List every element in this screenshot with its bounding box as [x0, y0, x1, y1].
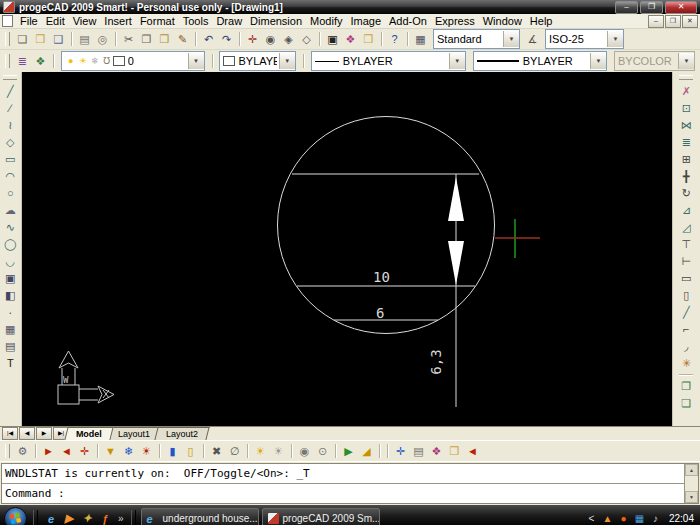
command-scrollbar[interactable]: ▲ ▼ — [684, 464, 698, 503]
chevron-down-icon[interactable]: ▼ — [449, 53, 465, 69]
lineweight-combo[interactable]: BYLAYER ▼ — [473, 51, 607, 71]
zoom-realtime-icon[interactable]: ◉ — [262, 32, 279, 47]
menu-tools[interactable]: Tools — [179, 15, 213, 27]
layer-combo[interactable]: ●☀❄℧ 0 ▼ — [61, 51, 205, 71]
red-sun-icon[interactable]: ☀ — [138, 444, 155, 459]
shortcut-star-icon[interactable]: ✦ — [79, 511, 95, 525]
menu-view[interactable]: View — [69, 15, 101, 27]
offset-icon[interactable]: ≣ — [678, 134, 695, 150]
red-arrow-left-icon[interactable]: ◄ — [58, 444, 75, 459]
task-button-progecad[interactable]: progeCAD 2009 Sm... — [262, 508, 380, 525]
padlock-closed-icon[interactable]: ▮ — [164, 444, 181, 459]
network-icon[interactable]: ▦ — [633, 512, 646, 525]
point-icon[interactable]: ∙ — [2, 304, 19, 320]
extend-icon[interactable]: ⊢ — [678, 253, 695, 269]
circle-ring-icon[interactable]: ⊙ — [314, 444, 331, 459]
taskbar-grip[interactable] — [131, 510, 136, 525]
clock[interactable]: 22:04 — [669, 513, 694, 524]
chevron-down-icon[interactable]: ▼ — [590, 53, 606, 69]
menu-modify[interactable]: Modify — [306, 15, 346, 27]
mdi-restore-button[interactable]: ❐ — [665, 15, 681, 28]
layer-padlock-open-icon[interactable]: ℧ — [101, 55, 113, 67]
polyline-icon[interactable]: ≀ — [2, 117, 19, 133]
layer-states-icon[interactable]: ❖ — [32, 54, 49, 69]
text-style-combo[interactable]: Standard ▼ — [433, 29, 520, 49]
trim-icon[interactable]: ⊤ — [678, 236, 695, 252]
volume-icon[interactable]: ♪ — [649, 512, 662, 525]
firefox-icon[interactable]: ƒ — [97, 511, 113, 525]
etransmit-icon[interactable]: ▦ — [412, 32, 429, 47]
image-frame-icon[interactable]: ▤ — [410, 444, 427, 459]
circle-dot-icon[interactable]: ◉ — [296, 444, 313, 459]
menu-edit[interactable]: Edit — [42, 15, 69, 27]
ellipse-arc-icon[interactable]: ◡ — [2, 253, 19, 269]
tool-palettes-icon[interactable]: ❒ — [360, 32, 377, 47]
tab-layout2[interactable]: Layout2 — [154, 427, 209, 440]
layers-manager-icon[interactable]: ≣ — [14, 54, 31, 69]
mirror-icon[interactable]: ⋈ — [678, 117, 695, 133]
chevron-down-icon[interactable]: ▼ — [279, 53, 295, 69]
undo-icon[interactable]: ↶ — [200, 32, 217, 47]
prev-tab-button[interactable]: ◀ — [19, 427, 35, 440]
open-icon[interactable]: ❒ — [32, 32, 49, 47]
print-icon[interactable]: ▤ — [76, 32, 93, 47]
toolbar-grip[interactable] — [5, 54, 10, 68]
help-icon[interactable]: ? — [386, 32, 403, 47]
mdi-minimize-button[interactable]: – — [648, 15, 664, 28]
circle-icon[interactable]: ○ — [2, 185, 19, 201]
red-megaphone-icon[interactable]: ◄ — [464, 444, 481, 459]
zoom-window-icon[interactable]: ◈ — [280, 32, 297, 47]
match-properties-icon[interactable]: ✎ — [174, 32, 191, 47]
save-icon[interactable]: ❑ — [50, 32, 67, 47]
rotate-icon[interactable]: ↻ — [678, 185, 695, 201]
ellipse-icon[interactable]: ◯ — [2, 236, 19, 252]
print-preview-icon[interactable]: ◎ — [94, 32, 111, 47]
array-icon[interactable]: ⊞ — [678, 151, 695, 167]
blue-snowflake-icon[interactable]: ❄ — [120, 444, 137, 459]
image-icon[interactable]: ▤ — [2, 338, 19, 354]
layer-sun-icon[interactable]: ☀ — [77, 55, 89, 67]
linetype-combo[interactable]: BYLAYER ▼ — [311, 51, 466, 71]
pan-realtime-icon[interactable]: ✛ — [244, 32, 261, 47]
menu-addon[interactable]: Add-On — [385, 15, 431, 27]
chamfer-icon[interactable]: ⌐ — [678, 321, 695, 337]
join-icon[interactable]: ╱ — [678, 304, 695, 320]
stretch-icon[interactable]: ◿ — [678, 219, 695, 235]
polygon-icon[interactable]: ◇ — [2, 134, 19, 150]
construction-line-icon[interactable]: ∕ — [2, 100, 19, 116]
task-button-browser[interactable]: e underground house... — [141, 508, 259, 525]
circle-entity[interactable] — [277, 117, 494, 334]
yellow-wedge-icon[interactable]: ▼ — [102, 444, 119, 459]
empty-set-icon[interactable]: ∅ — [226, 444, 243, 459]
chevron-down-icon[interactable]: ▼ — [503, 31, 519, 47]
insert-block-icon[interactable]: ▣ — [2, 270, 19, 286]
start-button[interactable] — [3, 506, 28, 525]
text-icon[interactable]: T — [2, 355, 19, 371]
break-icon[interactable]: ▭ — [678, 270, 695, 286]
next-tab-button[interactable]: ▶ — [36, 427, 52, 440]
make-block-icon[interactable]: ◧ — [2, 287, 19, 303]
chevron-down-icon[interactable]: ▼ — [188, 53, 204, 69]
menu-image[interactable]: Image — [346, 15, 385, 27]
restore-button[interactable]: ❐ — [640, 1, 663, 14]
red-arrow-right-icon[interactable]: ► — [40, 444, 57, 459]
oil-can-icon[interactable]: ◢ — [358, 444, 375, 459]
arc-icon[interactable]: ◠ — [2, 168, 19, 184]
padlock-open-icon[interactable]: ▯ — [182, 444, 199, 459]
scroll-up-icon[interactable]: ▲ — [685, 464, 698, 476]
menu-window[interactable]: Window — [479, 15, 526, 27]
gear-icon[interactable]: ⚙ — [14, 444, 31, 459]
yellow-folder-icon[interactable]: ❒ — [446, 444, 463, 459]
toolbar-grip[interactable] — [5, 444, 10, 458]
rectangle-icon[interactable]: ▭ — [2, 151, 19, 167]
menu-insert[interactable]: Insert — [100, 15, 136, 27]
media-player-icon[interactable]: ▶ — [61, 511, 77, 525]
copy-icon[interactable]: ❐ — [138, 32, 155, 47]
erase-icon[interactable]: ✗ — [678, 83, 695, 99]
drawing-document-icon[interactable] — [2, 15, 13, 27]
first-tab-button[interactable]: |◀ — [2, 427, 18, 440]
dimension-style-icon[interactable]: ∡ — [524, 32, 541, 47]
tray-orange-app-icon[interactable]: ▲ — [601, 512, 614, 525]
menu-help[interactable]: Help — [526, 15, 557, 27]
tab-layout1[interactable]: Layout1 — [106, 427, 161, 440]
